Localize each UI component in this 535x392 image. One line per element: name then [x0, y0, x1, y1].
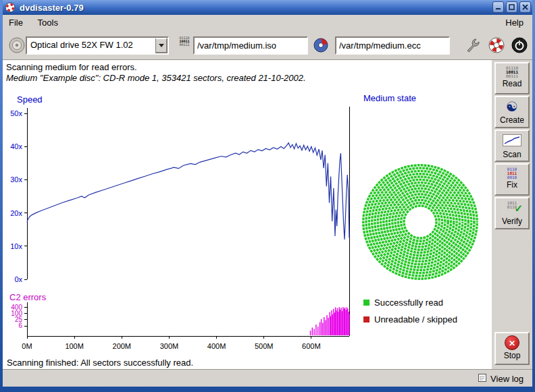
create-button[interactable]: ☯ Create [494, 96, 530, 128]
yin-yang-icon: ☯ [496, 99, 528, 115]
read-button-label: Read [496, 79, 528, 88]
checkmark-icon: ✓ [514, 202, 523, 215]
mini-chart-icon [496, 134, 528, 149]
menubar: File Tools Help [3, 15, 532, 31]
close-button[interactable] [519, 1, 531, 13]
svg-text:600M: 600M [302, 342, 321, 350]
drawing-area: Scanning medium for read errors. Medium … [3, 60, 492, 369]
lifesaver-icon [488, 36, 505, 54]
app-lifesaver-icon [5, 2, 16, 13]
svg-text:20x: 20x [10, 209, 22, 217]
svg-text:10x: 10x [10, 242, 22, 250]
menu-file[interactable]: File [3, 15, 29, 30]
quit-button[interactable] [509, 35, 530, 55]
iso-path-input[interactable] [193, 36, 308, 55]
svg-text:400M: 400M [207, 342, 226, 350]
chevron-down-icon[interactable] [155, 38, 168, 53]
scan-button[interactable]: Scan [494, 130, 530, 162]
legend-ok-label: Successfully read [374, 298, 443, 308]
power-icon [511, 36, 528, 54]
view-log-button[interactable]: View log [475, 372, 527, 385]
menu-tools[interactable]: Tools [32, 15, 64, 30]
icon-row: 00111 [496, 74, 528, 78]
window: dvdisaster-0.79 File Tools Help Optical … [0, 0, 535, 392]
speed-chart-label: Speed [17, 94, 43, 105]
svg-text:100M: 100M [65, 342, 84, 350]
minimize-button[interactable] [492, 1, 504, 13]
svg-text:300M: 300M [160, 342, 179, 350]
read-button[interactable]: 01110 10011 00111 Read [494, 62, 530, 94]
legend-unreadable: Unreadable / skipped [363, 314, 457, 325]
log-icon [478, 374, 486, 384]
fix-button-label: Fix [496, 180, 528, 190]
svg-text:500M: 500M [255, 342, 274, 350]
create-button-label: Create [496, 115, 528, 125]
titlebar[interactable]: dvdisaster-0.79 [3, 0, 532, 15]
binary-read-icon: 01110 10011 00111 [496, 66, 528, 78]
svg-text:30x: 30x [10, 175, 22, 184]
scan-button-label: Scan [496, 150, 528, 159]
stop-button-label: Stop [496, 351, 528, 360]
view-log-label: View log [490, 374, 524, 384]
optical-drive-icon [8, 36, 26, 57]
help-button[interactable] [486, 35, 507, 55]
fix-button[interactable]: 0110 1011 0010 Fix [494, 163, 530, 196]
wrench-icon [465, 36, 482, 54]
binary-verify-icon: 1011 0110 [496, 201, 528, 209]
chart-axes: 50x40x30x20x10x0x4001002560M100M200M300M… [10, 108, 349, 350]
toolbar: Optical drive 52X FW 1.02 01110 10011 00… [3, 31, 532, 60]
legend-bad-label: Unreadable / skipped [374, 314, 457, 325]
medium-state-label: Medium state [363, 93, 416, 103]
stop-icon: ✕ [505, 335, 519, 350]
speed-c2-chart: 50x40x30x20x10x0x4001002560M100M200M300M… [3, 88, 370, 358]
stop-button[interactable]: ✕ Stop [494, 332, 530, 365]
menu-help[interactable]: Help [499, 15, 530, 30]
speed-curve [27, 143, 349, 240]
legend-green-swatch [363, 300, 370, 306]
drive-selector-value: Optical drive 52X FW 1.02 [30, 40, 133, 50]
icon-row: 0110 [496, 205, 528, 209]
iso-image-icon: 01110 10011 00111 [176, 36, 193, 47]
statusbar: View log [3, 369, 532, 387]
c2-errors-label: C2 errors [9, 292, 46, 302]
ecc-file-icon [312, 36, 330, 54]
status-line-1: Scanning medium for read errors. [6, 62, 137, 72]
svg-text:6: 6 [18, 322, 22, 329]
c2-error-bars [311, 307, 350, 335]
svg-text:50x: 50x [10, 109, 22, 117]
maximize-button[interactable] [506, 1, 517, 13]
verify-button-label: Verify [496, 217, 528, 226]
ecc-path-input[interactable] [335, 36, 450, 55]
svg-text:0x: 0x [14, 275, 22, 283]
icon-row: 0010 [496, 175, 528, 179]
svg-text:0M: 0M [22, 342, 32, 350]
status-line-2: Medium "Example disc": CD-R mode 1, 3534… [6, 73, 306, 83]
medium-state-disc [361, 163, 480, 281]
legend-successfully-read: Successfully read [363, 298, 443, 308]
drive-selector[interactable]: Optical drive 52X FW 1.02 [26, 36, 169, 55]
svg-text:200M: 200M [113, 342, 132, 350]
verify-button[interactable]: 1011 0110 ✓ Verify [494, 197, 530, 229]
action-sidebar: 01110 10011 00111 Read ☯ Create Scan [492, 60, 532, 369]
svg-text:40x: 40x [10, 142, 22, 150]
icon-row: 00111 [176, 43, 193, 47]
preferences-button[interactable] [463, 35, 484, 55]
finished-status: Scanning finished: All sectors successfu… [7, 358, 193, 368]
window-title: dvdisaster-0.79 [20, 3, 84, 13]
legend-red-swatch [363, 316, 370, 323]
binary-fix-icon: 0110 1011 0010 [496, 167, 528, 179]
